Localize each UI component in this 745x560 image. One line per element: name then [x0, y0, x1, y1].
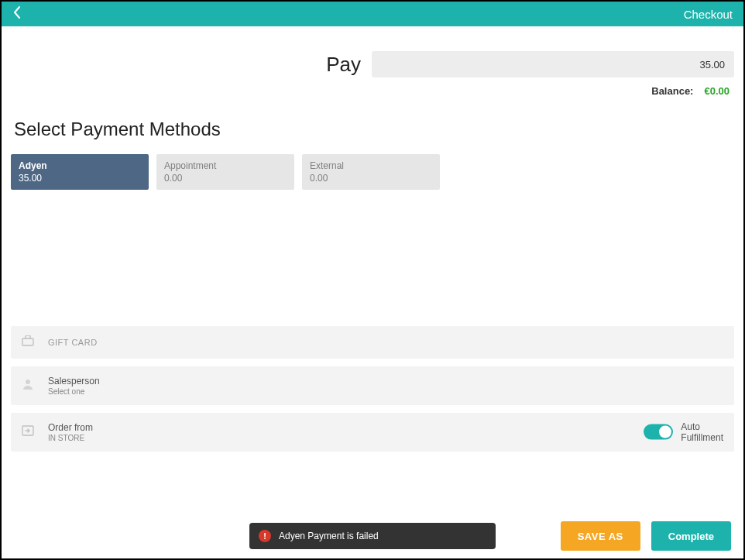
payment-method-appointment[interactable]: Appointment 0.00	[156, 154, 294, 190]
auto-fulfillment-group: Auto Fulfillment	[644, 421, 723, 444]
salesperson-row[interactable]: Salesperson Select one	[11, 366, 734, 405]
export-icon	[22, 425, 37, 439]
content: Pay 35.00 Balance: €0.00 Select Payment …	[2, 51, 743, 452]
save-as-button[interactable]: SAVE AS	[561, 521, 640, 551]
method-name: Adyen	[19, 160, 141, 171]
method-amount: 0.00	[310, 173, 432, 184]
auto-label-line2: Fulfillment	[681, 432, 723, 443]
payment-method-row: Adyen 35.00 Appointment 0.00 External 0.…	[11, 154, 734, 190]
order-from-text: Order from IN STORE	[48, 422, 93, 442]
order-from-label: Order from	[48, 422, 93, 433]
payment-method-external[interactable]: External 0.00	[302, 154, 440, 190]
salesperson-text: Salesperson Select one	[48, 376, 100, 396]
action-buttons: SAVE AS Complete	[561, 521, 731, 551]
complete-button[interactable]: Complete	[651, 521, 731, 551]
error-toast: ! Adyen Payment is failed	[249, 523, 496, 549]
method-amount: 0.00	[164, 173, 287, 184]
section-title: Select Payment Methods	[14, 119, 734, 140]
back-button[interactable]	[12, 5, 21, 22]
gift-card-icon	[22, 335, 37, 349]
balance-label: Balance:	[651, 85, 693, 97]
salesperson-sub: Select one	[48, 387, 100, 396]
toast-message: Adyen Payment is failed	[279, 531, 379, 541]
page-title: Checkout	[684, 8, 733, 21]
svg-rect-0	[22, 338, 33, 345]
auto-fulfillment-toggle[interactable]	[644, 424, 673, 440]
top-bar: Checkout	[2, 2, 743, 26]
gift-card-row[interactable]: GIFT CARD	[11, 326, 734, 359]
balance-row: Balance: €0.00	[11, 85, 734, 97]
person-icon	[22, 378, 37, 393]
pay-amount-input[interactable]: 35.00	[372, 51, 734, 77]
gift-card-label: GIFT CARD	[48, 338, 98, 347]
salesperson-label: Salesperson	[48, 376, 100, 387]
auto-label-line1: Auto	[681, 421, 723, 432]
payment-method-adyen[interactable]: Adyen 35.00	[11, 154, 149, 190]
balance-amount: €0.00	[704, 85, 730, 97]
chevron-left-icon	[12, 5, 21, 19]
pay-label: Pay	[326, 53, 361, 77]
svg-point-1	[26, 380, 30, 384]
info-list: GIFT CARD Salesperson Select one Order f…	[11, 326, 734, 452]
method-name: External	[310, 160, 432, 171]
pay-row: Pay 35.00	[11, 51, 734, 77]
footer: ! Adyen Payment is failed SAVE AS Comple…	[2, 521, 743, 551]
error-icon: !	[259, 530, 271, 542]
method-amount: 35.00	[19, 173, 141, 184]
auto-fulfillment-label: Auto Fulfillment	[681, 421, 723, 444]
toggle-knob	[659, 426, 671, 438]
order-from-row[interactable]: Order from IN STORE Auto Fulfillment	[11, 413, 734, 452]
order-from-sub: IN STORE	[48, 434, 93, 442]
method-name: Appointment	[164, 160, 287, 171]
pay-amount-value: 35.00	[699, 59, 725, 70]
